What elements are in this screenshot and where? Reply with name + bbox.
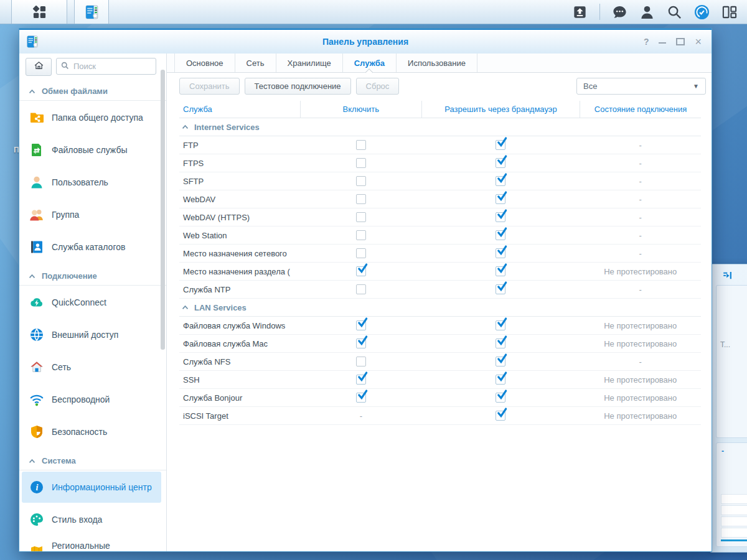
login-style-icon — [29, 512, 44, 527]
service-name: Служба NTP — [179, 285, 301, 294]
sidebar-item-внешний-доступ[interactable]: Внешний доступ — [22, 319, 161, 350]
enable-checkbox[interactable] — [356, 248, 366, 258]
table-row-ftp: FTP- — [179, 136, 701, 154]
column-header-service[interactable]: Служба — [179, 101, 300, 118]
connection-status: - — [580, 195, 701, 204]
show-desktop-icon[interactable] — [721, 4, 737, 20]
enable-checkbox[interactable] — [356, 140, 366, 150]
enable-cell — [301, 338, 422, 348]
collapse-panel-icon[interactable] — [722, 270, 733, 281]
sidebar-item-группа[interactable]: Группа — [22, 199, 161, 230]
enable-checkbox[interactable] — [356, 230, 366, 240]
window-titlebar[interactable]: Панель управления ? × — [19, 29, 712, 54]
table-row-webdav-https: WebDAV (HTTPS)- — [179, 208, 701, 226]
search-icon[interactable] — [667, 4, 682, 20]
enable-checkbox[interactable] — [356, 176, 366, 186]
sidebar-section-header-обмен-файлами[interactable]: Обмен файлами — [19, 79, 166, 101]
tab-служба[interactable]: Служба — [343, 54, 397, 72]
enable-cell — [301, 284, 422, 294]
home-button[interactable] — [26, 58, 52, 76]
search-icon — [61, 61, 69, 72]
user-icon[interactable] — [639, 4, 655, 20]
tab-использование[interactable]: Использование — [397, 54, 477, 72]
firewall-checkbox[interactable] — [496, 284, 505, 294]
firewall-checkbox[interactable] — [496, 230, 505, 240]
health-icon[interactable] — [694, 4, 710, 20]
test-connection-button[interactable]: Тестовое подключение — [245, 78, 351, 95]
chat-icon[interactable] — [612, 4, 627, 20]
firewall-checkbox[interactable] — [496, 320, 505, 330]
help-button[interactable]: ? — [644, 37, 649, 46]
external-device-icon[interactable] — [572, 4, 588, 20]
sidebar-item-служба-каталогов[interactable]: Служба каталогов — [22, 231, 161, 263]
sidebar-item-label: Стиль входа — [52, 514, 102, 526]
enable-cell: - — [301, 411, 422, 421]
maximize-button[interactable] — [676, 38, 685, 45]
enable-cell — [301, 393, 422, 403]
firewall-checkbox[interactable] — [496, 248, 505, 258]
firewall-checkbox[interactable] — [496, 338, 505, 348]
minimize-button[interactable] — [659, 40, 666, 44]
control-panel-taskbar-button[interactable] — [74, 0, 109, 24]
widget-progress-bar — [721, 539, 747, 541]
enable-checkbox[interactable] — [356, 320, 366, 330]
main-menu-button[interactable] — [11, 0, 67, 24]
table-row-webdav: WebDAV- — [179, 190, 701, 208]
sidebar-item-пользователь[interactable]: Пользователь — [22, 167, 161, 198]
firewall-checkbox[interactable] — [496, 176, 505, 186]
save-button[interactable]: Сохранить — [179, 78, 240, 95]
firewall-checkbox[interactable] — [496, 140, 505, 150]
sidebar-item-стиль-входа[interactable]: Стиль входа — [22, 504, 161, 535]
firewall-checkbox[interactable] — [496, 158, 505, 168]
sidebar-scrollbar[interactable] — [161, 70, 165, 350]
enable-checkbox[interactable] — [356, 212, 366, 222]
filter-dropdown-value: Все — [583, 82, 597, 91]
enable-checkbox[interactable] — [356, 393, 366, 403]
enable-checkbox[interactable] — [356, 284, 366, 294]
tab-хранилище[interactable]: Хранилище — [276, 54, 343, 72]
search-input[interactable] — [72, 61, 151, 72]
sidebar-section-header-подключение[interactable]: Подключение — [19, 264, 166, 286]
column-header-firewall[interactable]: Разрешить через брандмауэр — [421, 101, 580, 118]
enable-checkbox[interactable] — [356, 357, 366, 366]
chevron-up-icon — [182, 305, 189, 310]
sidebar-item-региональные-параметры[interactable]: Региональные параметры — [22, 536, 161, 551]
firewall-checkbox[interactable] — [496, 357, 505, 366]
sidebar-item-quickconnect[interactable]: QuickConnect — [22, 287, 161, 318]
sidebar-item-безопасность[interactable]: Безопасность — [22, 416, 161, 447]
reset-button[interactable]: Сброс — [356, 78, 400, 95]
firewall-checkbox[interactable] — [496, 194, 505, 204]
column-header-status[interactable]: Состояние подключения — [580, 101, 701, 118]
firewall-checkbox[interactable] — [496, 266, 505, 276]
firewall-checkbox[interactable] — [496, 375, 505, 385]
firewall-checkbox[interactable] — [496, 212, 505, 222]
sidebar-item-сеть[interactable]: Сеть — [22, 352, 161, 383]
enable-checkbox[interactable] — [356, 338, 366, 348]
service-group-internet-services[interactable]: Internet Services — [179, 118, 701, 136]
firewall-checkbox[interactable] — [496, 393, 505, 403]
close-button[interactable]: × — [695, 36, 702, 47]
sidebar-item-файловые-службы[interactable]: Файловые службы — [22, 134, 161, 166]
enable-checkbox[interactable] — [356, 266, 366, 276]
tab-сеть[interactable]: Сеть — [235, 54, 276, 72]
firewall-cell — [421, 284, 580, 294]
sidebar-section-header-система[interactable]: Система — [19, 449, 166, 470]
enable-checkbox[interactable] — [356, 375, 366, 385]
service-name: iSCSI Target — [179, 411, 301, 421]
firewall-cell — [421, 357, 580, 366]
sidebar-item-информационный-центр[interactable]: iИнформационный центр — [22, 472, 161, 503]
sidebar-item-беспроводной[interactable]: Беспроводной — [22, 384, 161, 415]
tab-основное[interactable]: Основное — [174, 54, 235, 72]
firewall-checkbox[interactable] — [496, 411, 505, 421]
column-header-enable[interactable]: Включить — [300, 101, 421, 118]
filter-dropdown[interactable]: Все ▼ — [576, 78, 706, 95]
sidebar-item-label: Папка общего доступа — [52, 112, 143, 124]
enable-checkbox[interactable] — [356, 158, 366, 168]
enable-cell — [301, 158, 422, 168]
table-body: Internet ServicesFTP-FTPS-SFTP-WebDAV-We… — [179, 118, 701, 425]
enable-checkbox[interactable] — [356, 194, 366, 204]
service-name: Файловая служба Windows — [179, 321, 301, 330]
table-row-служба-bonjour: Служба BonjourНе протестировано — [179, 389, 701, 407]
service-group-lan-services[interactable]: LAN Services — [179, 299, 701, 317]
sidebar-item-папка-общего-доступа[interactable]: Папка общего доступа — [22, 102, 161, 133]
